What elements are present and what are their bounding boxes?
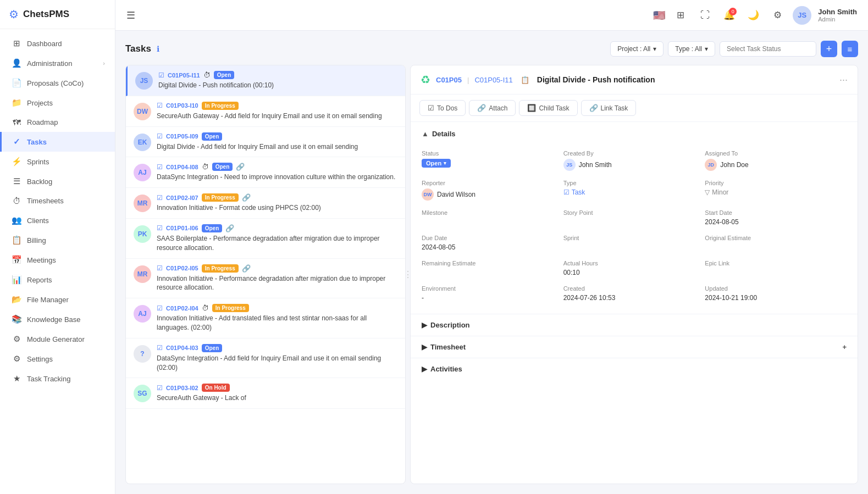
task-list-item-C01P02-I05[interactable]: MR ☑ C01P02-I05 In Progress 🔗 Innovation… <box>126 259 405 299</box>
sidebar-item-clients[interactable]: 👥 Clients <box>0 210 115 230</box>
task-id: C01P05-I09 <box>166 133 198 140</box>
theme-icon[interactable]: 🌙 <box>744 7 762 24</box>
link-task-icon: 🔗 <box>589 104 598 112</box>
gear-icon[interactable]: ⚙ <box>769 7 786 24</box>
panel-resizer[interactable]: ⋮ <box>406 65 410 484</box>
sidebar-item-settings[interactable]: ⚙ Settings <box>0 349 115 369</box>
chevron-down-icon: ▾ <box>653 45 656 53</box>
user-role: Admin <box>818 16 857 23</box>
project-filter[interactable]: Project : All ▾ <box>610 41 664 57</box>
sidebar-label-file-manager: File Manager <box>27 296 69 304</box>
tab-child-task[interactable]: 🔲 Child Task <box>519 100 577 116</box>
tab-link-task-label: Link Task <box>601 104 628 112</box>
roadmap-icon: 🗺 <box>12 118 21 127</box>
task-content: ☑ C01P04-I03 Open DataSync Integration -… <box>157 344 397 373</box>
chevron-up-icon: ▲ <box>422 130 429 138</box>
type-value: ☑ Task <box>563 188 705 196</box>
task-avatar: MR <box>134 265 151 283</box>
task-list-item-C01P03-I10[interactable]: DW ☑ C01P03-I10 In Progress SecureAuth G… <box>126 96 405 127</box>
sidebar-item-timesheets[interactable]: ⏱ Timesheets <box>0 191 115 210</box>
sidebar-item-billing[interactable]: 📋 Billing <box>0 230 115 250</box>
sidebar-item-sprints[interactable]: ⚡ Sprints <box>0 152 115 171</box>
task-content: ☑ C01P05-I09 Open Digital Divide - Add f… <box>157 132 397 152</box>
task-status-badge: Open <box>202 344 223 352</box>
activities-section[interactable]: ▶ Activities <box>411 358 858 380</box>
tab-link-task[interactable]: 🔗 Link Task <box>581 100 637 116</box>
tab-child-task-label: Child Task <box>539 104 569 112</box>
sidebar-item-knowledge-base[interactable]: 📚 Knowledge Base <box>0 309 115 329</box>
tab-todos-label: To Dos <box>437 104 457 112</box>
task-list-item-C01P02-I04[interactable]: AJ ☑ C01P02-I04 ⏱ In Progress Innovation… <box>126 298 405 338</box>
assigned-to-value: JD John Doe <box>705 159 847 171</box>
detail-section: ▲ Details Status Open ▾ <box>411 122 858 314</box>
type-label: Type <box>563 180 705 186</box>
task-list-item-C01P04-I08[interactable]: AJ ☑ C01P04-I08 ⏱ Open 🔗 DataSync Integr… <box>126 157 405 188</box>
sidebar-item-reports[interactable]: 📊 Reports <box>0 270 115 290</box>
menu-icon[interactable]: ☰ <box>126 9 135 21</box>
detail-separator2: 📋 <box>521 76 529 84</box>
task-list-item-C01P01-I06[interactable]: PK ☑ C01P01-I06 Open 🔗 SAAS Boilerplate … <box>126 219 405 259</box>
sidebar-item-projects[interactable]: 📁 Projects <box>0 93 115 113</box>
details-toggle[interactable]: ▲ Details <box>422 130 847 138</box>
sidebar-item-task-tracking[interactable]: ★ Task Tracking <box>0 369 115 388</box>
task-meta: ☑ C01P02-I05 In Progress 🔗 <box>157 264 397 273</box>
tab-attach[interactable]: 🔗 Attach <box>469 100 516 116</box>
task-meta: ☑ C01P05-I09 Open <box>157 132 397 141</box>
field-story-point: Story Point <box>563 205 705 230</box>
task-content: ☑ C01P02-I05 In Progress 🔗 Innovation In… <box>157 264 397 293</box>
sidebar-label-administration: Administration <box>27 59 72 68</box>
task-content: ☑ C01P02-I04 ⏱ In Progress Innovation In… <box>157 304 397 332</box>
task-avatar: ? <box>134 345 151 363</box>
sidebar-label-sprints: Sprints <box>27 158 49 166</box>
avatar[interactable]: JS <box>793 6 811 25</box>
sidebar-label-projects: Projects <box>27 99 53 107</box>
field-priority: Priority ▽ Minor <box>705 175 847 205</box>
info-icon[interactable]: ℹ <box>157 45 159 53</box>
tab-todos[interactable]: ☑ To Dos <box>419 100 466 116</box>
task-list-item-C01P03-I02[interactable]: SG ☑ C01P03-I02 On Hold SecureAuth Gatew… <box>126 378 405 409</box>
grid-icon[interactable]: ⊞ <box>672 7 689 24</box>
tasks-icon: ✓ <box>12 137 21 147</box>
task-status-badge: In Progress <box>212 304 249 312</box>
sidebar-item-tasks[interactable]: ✓ Tasks <box>0 132 115 152</box>
reporter-value: DW David Wilson <box>422 188 563 201</box>
task-list-item-C01P05-I11[interactable]: JS ☑ C01P05-I11 ⏱ Open Digital Divide - … <box>126 65 405 96</box>
fullscreen-icon[interactable]: ⛶ <box>696 7 714 24</box>
sidebar-item-dashboard[interactable]: ⊞ Dashboard <box>0 34 115 53</box>
updated-value: 2024-10-21 19:00 <box>705 294 847 302</box>
language-flag[interactable]: 🇺🇸 <box>653 9 665 21</box>
task-list-item-C01P02-I07[interactable]: MR ☑ C01P02-I07 In Progress 🔗 Innovation… <box>126 188 405 219</box>
sidebar-item-proposals[interactable]: 📄 Proposals (CoCo) <box>0 73 115 93</box>
sidebar-item-roadmap[interactable]: 🗺 Roadmap <box>0 113 115 132</box>
task-status-badge: Open <box>214 71 235 79</box>
sidebar-item-backlog[interactable]: ☰ Backlog <box>0 171 115 191</box>
timesheet-section[interactable]: ▶ Timesheet + <box>411 336 858 358</box>
type-filter[interactable]: Type : All ▾ <box>668 41 715 57</box>
sidebar-item-module-generator[interactable]: ⚙ Module Generator <box>0 329 115 349</box>
sidebar-item-file-manager[interactable]: 📂 File Manager <box>0 290 115 309</box>
clock-icon: ⏱ <box>203 71 211 79</box>
field-remaining-estimate: Remaining Estimate <box>422 256 563 281</box>
task-description: DataSync Integration - Add field for Inq… <box>157 354 397 373</box>
clock-icon: ⏱ <box>202 304 209 312</box>
sidebar: ⚙ ChetsPMS ⊞ Dashboard 👤 Administration … <box>0 0 115 494</box>
sidebar-item-administration[interactable]: 👤 Administration › <box>0 53 115 73</box>
field-assigned-to: Assigned To JD John Doe <box>705 146 847 175</box>
task-list-item-C01P04-I03[interactable]: ? ☑ C01P04-I03 Open DataSync Integration… <box>126 338 405 379</box>
sidebar-item-meetings[interactable]: 📅 Meetings <box>0 250 115 270</box>
notification-icon[interactable]: 🔔 0 <box>720 7 738 24</box>
add-task-button[interactable]: + <box>821 41 837 57</box>
detail-project-id[interactable]: C01P05 <box>436 76 462 84</box>
detail-panel: ♻ C01P05 | C01P05-I11 📋 Digital Divide -… <box>410 65 858 484</box>
task-meta: ☑ C01P02-I04 ⏱ In Progress <box>157 304 397 312</box>
task-avatar: JS <box>135 72 153 90</box>
detail-title: Digital Divide - Push notification <box>537 75 655 84</box>
list-view-button[interactable]: ≡ <box>842 41 858 57</box>
status-filter-input[interactable] <box>720 41 816 57</box>
project-filter-label: Project : All <box>617 45 650 53</box>
more-options-icon[interactable]: ··· <box>839 74 848 86</box>
status-badge[interactable]: Open ▾ <box>422 159 451 168</box>
description-section[interactable]: ▶ Description <box>411 314 858 336</box>
task-list-item-C01P05-I09[interactable]: EK ☑ C01P05-I09 Open Digital Divide - Ad… <box>126 127 405 158</box>
add-timesheet-icon[interactable]: + <box>842 343 847 351</box>
